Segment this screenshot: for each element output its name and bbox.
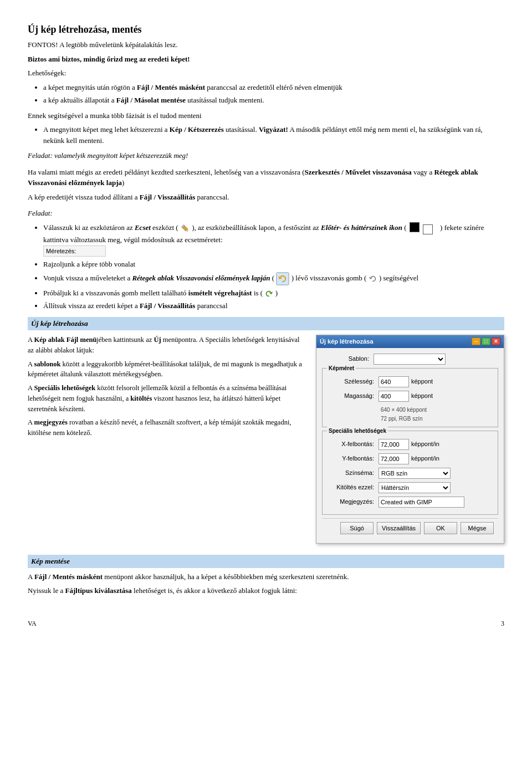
szelesseg-input[interactable] [378, 376, 409, 387]
magassag-row: Magasság: képpont [327, 391, 493, 402]
yfelbontas-unit: képpont/in [411, 454, 439, 463]
new-image-para1: A Kép ablak Fájl menüjében kattintsunk a… [28, 335, 305, 356]
foreground-color-square [410, 222, 420, 232]
ha-visszaallitas: A kép eredetijét vissza tudod állítani a… [28, 192, 504, 203]
repeat-icon [264, 289, 273, 298]
height-unit: képpont [411, 391, 433, 401]
szinsema-select[interactable]: RGB szín [378, 468, 451, 479]
szelesseg-row: Szélesség: képpont [327, 376, 493, 387]
undo-history-icon [276, 272, 289, 285]
szelesseg-label: Szélesség: [327, 377, 374, 386]
gimp-restore-button[interactable]: □ [482, 337, 490, 345]
xfelbontas-label: X-felbontás: [327, 439, 374, 449]
option-item-3: A megnyitott képet meg lehet kétszerezni… [43, 124, 504, 146]
sablon-select[interactable] [374, 354, 446, 365]
megjegyzes-label: Megjegyzés: [327, 497, 374, 507]
kepret-title: Képméret [327, 364, 356, 372]
save-image-section: Kép mentése A Fájl / Mentés másként menü… [28, 555, 504, 596]
brush-size-widget: Méretezés: [43, 246, 106, 257]
pencil-icon [180, 223, 190, 233]
gimp-dialog-body: Sablon: Képméret Szélesség: képpont [316, 348, 504, 543]
szinsema-row: Színséma: RGB szín [327, 468, 493, 479]
feladat-list: Válasszuk ki az eszköztáron az Ecset esz… [43, 222, 504, 311]
new-image-heading: Új kép létrehozása [28, 317, 504, 330]
options-section: Lehetőségek: a képet megnyitás után rögt… [28, 68, 504, 161]
para1: Ennek segítségével a munka több fázisát … [28, 110, 504, 121]
szinsema-label: Színséma: [327, 468, 374, 478]
kitoltes-label: Kitöltés ezzel: [327, 483, 374, 492]
dpi-info: 72 ppi, RGB szín [381, 416, 423, 422]
gimp-minimize-button[interactable]: ─ [472, 337, 480, 345]
background-color-square [423, 224, 433, 234]
new-image-left-col: A Kép ablak Fájl menüjében kattintsunk a… [28, 335, 305, 442]
size-info: 640 × 400 képpont [381, 407, 427, 413]
sugo-button[interactable]: Súgó [340, 522, 374, 534]
new-image-para4: A megjegyzés rovatban a készítő nevét, a… [28, 417, 305, 438]
gimp-dialog: Új kép létrehozása ─ □ ✕ Sablon: [316, 335, 504, 544]
new-image-section: Új kép létrehozása A Kép ablak Fájl menü… [28, 317, 504, 544]
gimp-new-image-window: Új kép létrehozása ─ □ ✕ Sablon: [316, 335, 504, 544]
feladat-probaljuk: Próbáljuk ki a visszavonás gomb mellett … [43, 288, 504, 299]
feladat-ecset: Válasszuk ki az eszköztáron az Ecset esz… [43, 222, 504, 257]
options-title: Lehetőségek: [28, 68, 504, 79]
option-item-2: a kép aktuális állapotát a Fájl / Másola… [43, 95, 504, 106]
feladat-vonjuk: Vonjuk vissza a műveleteket a Rétegek ab… [43, 272, 504, 285]
sablon-row: Sablon: [322, 354, 498, 365]
magassag-input[interactable] [378, 391, 409, 402]
svg-rect-4 [277, 273, 289, 285]
ha-valami-text: Ha valami miatt mégis az eredeti példány… [28, 167, 504, 188]
footer-page-number: 3 [501, 618, 504, 628]
new-image-two-col: A Kép ablak Fájl menüjében kattintsunk a… [28, 335, 504, 544]
important-bold-text: Biztos ami biztos, mindig őrizd meg az e… [28, 55, 190, 63]
magassag-label: Magasság: [327, 391, 374, 401]
spec-title: Speciális lehetőségek [327, 427, 388, 435]
xfelbontas-input[interactable] [378, 439, 409, 450]
ha-valami-section: Ha valami miatt mégis az eredeti példány… [28, 167, 504, 203]
save-para1: A Fájl / Mentés másként menüpont akkor h… [28, 571, 504, 582]
gimp-footer: Súgó Visszaállítás OK Mégse [322, 518, 498, 538]
yfelbontas-input[interactable] [378, 453, 409, 464]
fontos-label: FONTOS! A legtöbb műveletünk képátalakít… [28, 40, 178, 49]
new-image-para2: A sablonok között a leggyakoribb képmére… [28, 359, 305, 380]
important-bold-line: Biztos ami biztos, mindig őrizd meg az e… [28, 54, 504, 65]
options-list2: A megnyitott képet meg lehet kétszerezni… [43, 124, 504, 146]
feladat-rajzoljunk: Rajzoljunk a képre több vonalat [43, 259, 504, 270]
kitoltes-select[interactable]: Háttérszín [378, 482, 451, 493]
feladat-italic: Feladat: valamelyik megnyitott képet két… [28, 150, 504, 161]
save-image-heading: Kép mentése [28, 555, 504, 568]
sablon-label: Sablon: [322, 354, 369, 364]
gimp-titlebar: Új kép létrehozása ─ □ ✕ [316, 335, 504, 348]
megse-button[interactable]: Mégse [461, 522, 494, 534]
ok-button[interactable]: OK [424, 522, 457, 534]
kepret-group: Képméret Szélesség: képpont Magasság: ké… [322, 368, 498, 427]
footer-left: VA [28, 618, 37, 628]
feladat-allitsuk: Állítsuk vissza az eredeti képet a Fájl … [43, 300, 504, 311]
save-para2: Nyissuk le a Fájltípus kiválasztása lehe… [28, 585, 504, 596]
width-unit: képpont [411, 377, 433, 386]
option-item-1: a képet megnyitás után rögtön a Fájl / M… [43, 82, 504, 93]
megjegyzes-input[interactable] [378, 497, 464, 508]
options-list: a képet megnyitás után rögtön a Fájl / M… [43, 82, 504, 106]
page-title: Új kép létrehozása, mentés [28, 22, 504, 37]
visszaallitas-button[interactable]: Visszaállítás [377, 522, 421, 534]
important-warning: FONTOS! A legtöbb műveletünk képátalakít… [28, 39, 504, 50]
undo-button-icon [369, 274, 377, 283]
xfelbontas-row: X-felbontás: képpont/in [327, 439, 493, 450]
kitoltes-row: Kitöltés ezzel: Háttérszín [327, 482, 493, 493]
spec-group: Speciális lehetőségek X-felbontás: képpo… [322, 431, 498, 515]
yfelbontas-label: Y-felbontás: [327, 454, 374, 463]
fg-bg-color-icon [410, 222, 437, 234]
new-image-para3: A Speciális lehetőségek között felsorolt… [28, 383, 305, 414]
gimp-title-text: Új kép létrehozása [320, 337, 374, 346]
gimp-window-buttons: ─ □ ✕ [472, 337, 500, 345]
feladat-section: Feladat: Válasszuk ki az eszköztáron az … [28, 208, 504, 311]
xfelbontas-unit: képpont/in [411, 439, 439, 449]
megjegyzes-row: Megjegyzés: [327, 497, 493, 508]
feladat-title: Feladat: [28, 208, 504, 219]
yfelbontas-row: Y-felbontás: képpont/in [327, 453, 493, 464]
gimp-close-button[interactable]: ✕ [492, 337, 500, 345]
page-footer: VA 3 [28, 618, 504, 628]
